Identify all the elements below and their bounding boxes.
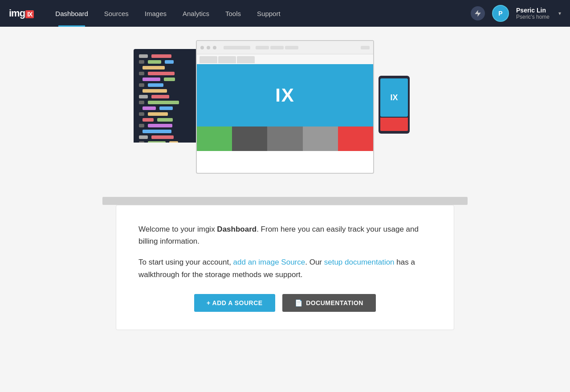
doc-icon: 📄 bbox=[295, 299, 303, 306]
card-buttons: + ADD A SOURCE 📄 DOCUMENTATION bbox=[138, 294, 432, 312]
welcome-intro-text: Welcome to your imgix Dashboard. From he… bbox=[138, 223, 432, 247]
add-source-link[interactable]: add an image Source bbox=[233, 258, 305, 266]
documentation-button[interactable]: 📄 DOCUMENTATION bbox=[282, 294, 376, 312]
swatch-gray bbox=[303, 127, 338, 151]
swatch-green bbox=[197, 127, 232, 151]
laptop-content: IX bbox=[197, 64, 373, 173]
welcome-prefix: Welcome to your imgix bbox=[138, 225, 217, 233]
setup-docs-link[interactable]: setup documentation bbox=[324, 258, 395, 266]
phone-mockup: IX bbox=[379, 76, 410, 134]
nav-images[interactable]: Images bbox=[137, 0, 175, 27]
logo[interactable]: imgIX bbox=[9, 8, 34, 19]
laptop-tab-2 bbox=[218, 56, 236, 63]
user-dropdown-chevron[interactable]: ▾ bbox=[558, 10, 561, 16]
nav-sources[interactable]: Sources bbox=[96, 0, 137, 27]
nav-support[interactable]: Support bbox=[249, 0, 289, 27]
swatch-red bbox=[338, 127, 373, 151]
laptop-tab-1 bbox=[200, 56, 217, 63]
laptop-url-bar bbox=[224, 46, 250, 49]
laptop-tabs bbox=[197, 54, 373, 64]
laptop-mockup: IX bbox=[196, 40, 374, 174]
phone-bottom-block bbox=[380, 118, 408, 131]
swatch-dark2 bbox=[267, 127, 302, 151]
welcome-card: Welcome to your imgix Dashboard. From he… bbox=[116, 205, 454, 330]
avatar[interactable]: P bbox=[492, 5, 509, 22]
laptop-bar bbox=[197, 41, 373, 54]
dashboard-bold: Dashboard bbox=[217, 225, 256, 233]
documentation-label: DOCUMENTATION bbox=[306, 299, 363, 306]
nav-links: Dashboard Sources Images Analytics Tools… bbox=[47, 0, 471, 27]
main-content: IX IX Welcome to your imgix D bbox=[0, 27, 570, 392]
laptop-tab-3 bbox=[237, 56, 255, 63]
logo-text: imgIX bbox=[9, 8, 34, 19]
user-home: Pseric's home bbox=[516, 14, 550, 20]
navbar: imgIX Dashboard Sources Images Analytics… bbox=[0, 0, 570, 27]
user-name: Pseric Lin bbox=[516, 7, 550, 14]
notifications-button[interactable] bbox=[471, 6, 485, 20]
add-source-button[interactable]: + ADD A SOURCE bbox=[194, 294, 275, 312]
phone-screen: IX bbox=[380, 78, 408, 117]
start-mid: . Our bbox=[305, 258, 324, 266]
display-shelf bbox=[102, 197, 468, 205]
laptop-color-swatches bbox=[197, 127, 373, 151]
welcome-start-text: To start using your account, add an imag… bbox=[138, 256, 432, 280]
laptop-search bbox=[361, 46, 370, 49]
swatch-dark1 bbox=[232, 127, 267, 151]
lightning-icon bbox=[474, 9, 482, 17]
nav-analytics[interactable]: Analytics bbox=[175, 0, 217, 27]
add-source-label: + ADD A SOURCE bbox=[207, 299, 263, 306]
nav-dashboard[interactable]: Dashboard bbox=[47, 0, 96, 27]
user-info: Pseric Lin Pseric's home bbox=[516, 7, 550, 20]
start-prefix: To start using your account, bbox=[138, 258, 233, 266]
logo-ix: IX bbox=[25, 10, 34, 18]
laptop-dot-3 bbox=[213, 46, 216, 49]
phone-ix-logo: IX bbox=[390, 93, 398, 102]
laptop-dot-1 bbox=[200, 46, 204, 49]
laptop-dot-2 bbox=[207, 46, 210, 49]
nav-right: P Pseric Lin Pseric's home ▾ bbox=[471, 5, 561, 22]
avatar-initials: P bbox=[498, 10, 502, 17]
laptop-ix-logo: IX bbox=[275, 85, 295, 106]
laptop-hero-image: IX bbox=[197, 64, 373, 127]
nav-tools[interactable]: Tools bbox=[217, 0, 249, 27]
hero-illustration: IX IX bbox=[0, 27, 570, 205]
